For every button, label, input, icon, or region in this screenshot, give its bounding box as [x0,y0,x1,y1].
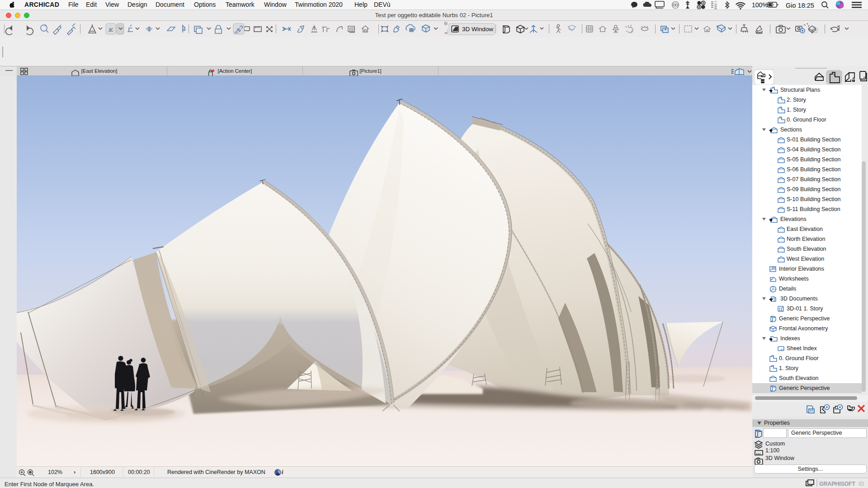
svg-text:100%: 100% [752,1,768,9]
svg-text:Gio 18:25: Gio 18:25 [786,2,814,9]
svg-text:3...: 3... [444,28,448,34]
svg-text:ID: ID [859,481,864,487]
svg-text:3D Window: 3D Window [462,26,493,33]
svg-text:GRAPHISOFT: GRAPHISOFT [819,481,856,487]
